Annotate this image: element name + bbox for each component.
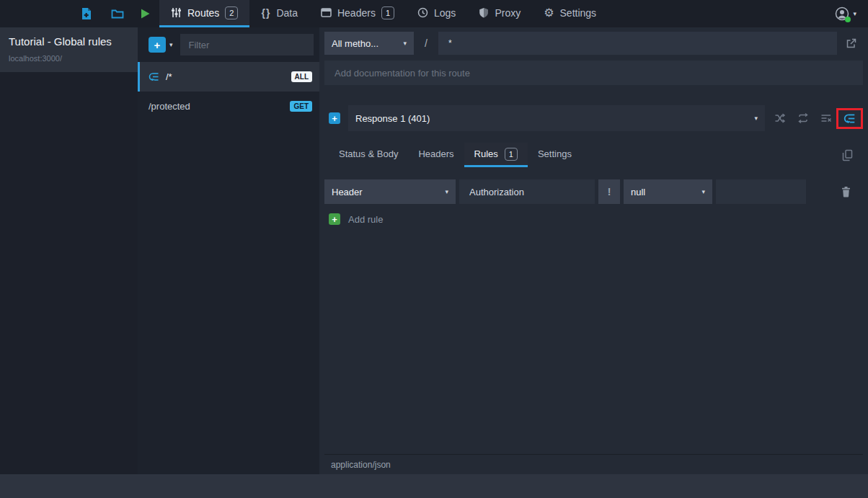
open-environment-button[interactable] [111, 8, 124, 19]
random-response-button[interactable] [771, 110, 789, 127]
repeat-icon [797, 112, 809, 124]
online-status-dot [845, 17, 851, 22]
tab-proxy[interactable]: Proxy [467, 0, 532, 27]
delete-rule-button[interactable] [841, 186, 851, 197]
route-method-badge: ALL [291, 71, 312, 82]
environment-actions [0, 0, 124, 27]
tab-rules[interactable]: Rules 1 [464, 143, 528, 167]
editor-empty-area [324, 225, 863, 454]
environment-name: Tutorial - Global rules [9, 35, 129, 48]
tab-proxy-label: Proxy [495, 7, 521, 19]
tab-routes[interactable]: Routes 2 [159, 0, 249, 27]
braces-icon: {} [261, 7, 270, 19]
chevron-down-icon: ▾ [853, 11, 856, 17]
tab-rules-label: Rules [474, 148, 498, 159]
tab-logs-label: Logs [434, 7, 456, 19]
documentation-row [324, 61, 863, 85]
environment-host: localhost:3000/ [9, 54, 129, 63]
copy-response-button[interactable] [842, 149, 853, 161]
chevron-down-icon: ▾ [445, 189, 448, 195]
rule-modifier-input[interactable] [459, 179, 595, 204]
response-row: + Response 1 (401) ▾ [324, 105, 863, 131]
add-response-button[interactable]: + [329, 112, 340, 124]
rule-row: Header ▾ ! null ▾ [324, 179, 863, 204]
tab-data[interactable]: {} Data [249, 0, 309, 27]
add-route-button[interactable]: + [149, 37, 166, 53]
top-bar: Routes 2 {} Data Headers 1 Logs Proxy [0, 0, 868, 27]
rule-target-select[interactable]: Header ▾ [324, 179, 456, 204]
method-select-value: All metho... [332, 38, 378, 49]
tab-status-body-label: Status & Body [339, 148, 398, 159]
chevron-down-icon: ▾ [754, 115, 758, 122]
headers-card-icon [321, 8, 332, 17]
add-route-caret-icon[interactable]: ▾ [169, 42, 173, 48]
response-select-value: Response 1 (401) [355, 113, 430, 124]
rule-operator-select[interactable]: null ▾ [624, 179, 712, 204]
tab-response-headers[interactable]: Headers [408, 143, 464, 167]
add-rule-row: + Add rule [324, 213, 863, 225]
route-item-protected[interactable]: /protected GET [138, 92, 319, 121]
routes-sliders-icon [171, 7, 182, 18]
route-editor-inner: All metho... ▾ / + Response 1 (401) [319, 27, 868, 474]
trash-icon [841, 186, 851, 197]
rule-target-value: Header [332, 187, 363, 197]
route-path: /protected [149, 101, 190, 112]
routes-header: + ▾ [138, 27, 319, 62]
route-rules-icon [149, 72, 159, 81]
response-rules-icon [843, 113, 856, 124]
account-menu[interactable]: ▾ [835, 0, 856, 27]
rules-count-badge: 1 [505, 148, 518, 161]
avatar [835, 6, 849, 21]
add-rule-label[interactable]: Add rule [348, 214, 383, 225]
copy-icon [842, 149, 853, 161]
route-documentation-input[interactable] [324, 61, 863, 85]
tab-headers[interactable]: Headers 1 [309, 0, 406, 27]
shuffle-icon [774, 112, 786, 124]
routes-count-badge: 2 [225, 6, 238, 19]
routes-filter-input[interactable] [180, 34, 314, 55]
route-editor: All metho... ▾ / + Response 1 (401) [319, 27, 868, 474]
path-separator: / [425, 37, 428, 49]
tab-settings-label: Settings [560, 7, 597, 19]
fallback-mode-button-highlighted[interactable] [836, 108, 863, 129]
shield-icon [479, 7, 489, 18]
route-method-badge: GET [290, 101, 312, 112]
tab-routes-label: Routes [187, 7, 219, 19]
tab-status-body[interactable]: Status & Body [329, 143, 408, 167]
history-icon [417, 7, 428, 18]
method-select[interactable]: All metho... ▾ [324, 32, 414, 55]
start-server-button[interactable] [140, 0, 151, 27]
rule-invert-button[interactable]: ! [598, 179, 620, 204]
app-footer [0, 474, 868, 498]
sequential-response-button[interactable] [794, 110, 812, 127]
route-path: /* [166, 71, 172, 82]
headers-count-badge: 1 [381, 6, 394, 19]
route-item-wildcard[interactable]: /* ALL [138, 62, 319, 92]
tab-headers-label: Headers [337, 7, 376, 19]
endpoint-row: All metho... ▾ / [324, 32, 863, 55]
content-type-label: application/json [331, 460, 391, 470]
rule-value-input[interactable] [716, 179, 806, 204]
add-rule-button[interactable]: + [329, 213, 340, 225]
response-select[interactable]: Response 1 (401) ▾ [348, 105, 765, 131]
tab-logs[interactable]: Logs [406, 0, 467, 27]
external-link-icon [846, 37, 857, 49]
response-mode-buttons [771, 110, 835, 127]
disable-rules-button[interactable] [818, 110, 835, 127]
app-body: Tutorial - Global rules localhost:3000/ … [0, 27, 868, 474]
chevron-down-icon: ▾ [403, 40, 407, 47]
environment-item[interactable]: Tutorial - Global rules localhost:3000/ [0, 27, 138, 72]
open-in-browser-button[interactable] [840, 37, 863, 49]
new-environment-button[interactable] [81, 7, 92, 20]
tab-response-settings[interactable]: Settings [528, 143, 582, 167]
response-tabs: Status & Body Headers Rules 1 Settings [324, 143, 863, 167]
folder-icon [111, 8, 124, 19]
rules-off-icon [820, 112, 832, 124]
main-tabs: Routes 2 {} Data Headers 1 Logs Proxy [159, 0, 608, 27]
rule-operator-value: null [631, 187, 645, 197]
tab-response-settings-label: Settings [538, 148, 572, 159]
route-path-input[interactable] [438, 32, 837, 55]
tab-settings[interactable]: ⚙ Settings [532, 0, 608, 27]
tab-data-label: Data [276, 7, 298, 19]
chevron-down-icon: ▾ [701, 189, 705, 195]
